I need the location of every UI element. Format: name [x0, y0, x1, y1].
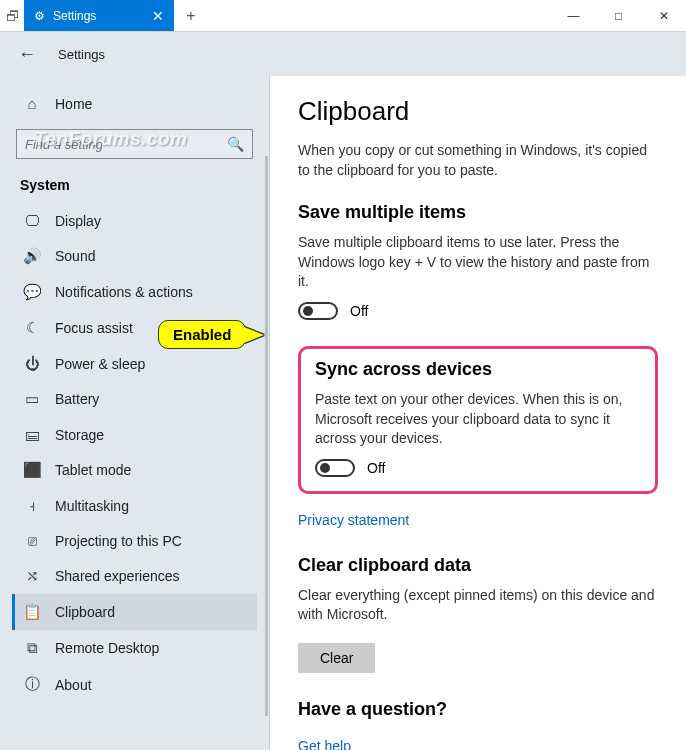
sidebar-item-battery[interactable]: ▭Battery: [12, 381, 257, 417]
close-button[interactable]: ✕: [641, 0, 686, 31]
sidebar-item-label: Power & sleep: [55, 356, 145, 372]
notifications-icon: 💬: [23, 283, 41, 301]
shared-icon: ⤭: [23, 567, 41, 585]
clipboard-icon: 📋: [23, 603, 41, 621]
battery-icon: ▭: [23, 390, 41, 408]
search-icon: 🔍: [227, 136, 244, 152]
titlebar: 🗗 ⚙ Settings ✕ + — □ ✕: [0, 0, 686, 32]
sidebar-item-about[interactable]: ⓘAbout: [12, 666, 257, 703]
sidebar-item-storage[interactable]: 🖴Storage: [12, 417, 257, 452]
section-heading: Sync across devices: [315, 359, 641, 380]
watermark: TenForums.com: [34, 128, 188, 150]
sound-icon: 🔊: [23, 247, 41, 265]
section-heading: Save multiple items: [298, 202, 658, 223]
sidebar-item-clipboard[interactable]: 📋Clipboard: [12, 594, 257, 630]
toggle-knob: [303, 306, 313, 316]
page-intro: When you copy or cut something in Window…: [298, 141, 658, 180]
maximize-button[interactable]: □: [596, 0, 641, 31]
header-title: Settings: [58, 47, 105, 62]
callout-tail: [244, 327, 264, 343]
remote-icon: ⧉: [23, 639, 41, 657]
toggle-state: Off: [350, 303, 368, 319]
privacy-link[interactable]: Privacy statement: [298, 512, 409, 528]
sidebar-item-label: Multitasking: [55, 498, 129, 514]
new-tab-button[interactable]: +: [174, 0, 207, 31]
sidebar-item-label: Sound: [55, 248, 95, 264]
sidebar-item-label: Tablet mode: [55, 462, 131, 478]
sidebar-item-label: Projecting to this PC: [55, 533, 182, 549]
section-desc: Clear everything (except pinned items) o…: [298, 586, 658, 625]
toggle-knob: [320, 463, 330, 473]
section-desc: Save multiple clipboard items to use lat…: [298, 233, 658, 292]
app-icon-tab: 🗗: [0, 0, 24, 31]
sidebar-item-remote[interactable]: ⧉Remote Desktop: [12, 630, 257, 666]
sidebar: TenForums.com ⌂ Home 🔍 System 🖵Display 🔊…: [0, 76, 270, 750]
sidebar-item-label: Focus assist: [55, 320, 133, 336]
tab-label: Settings: [53, 9, 96, 23]
clear-button[interactable]: Clear: [298, 643, 375, 673]
sidebar-item-power[interactable]: ⏻Power & sleep: [12, 346, 257, 381]
sidebar-home[interactable]: ⌂ Home: [12, 86, 257, 121]
sidebar-item-label: Battery: [55, 391, 99, 407]
sidebar-item-sound[interactable]: 🔊Sound: [12, 238, 257, 274]
tablet-icon: ⬛: [23, 461, 41, 479]
sidebar-item-label: Storage: [55, 427, 104, 443]
tab-close-icon[interactable]: ✕: [152, 8, 164, 24]
section-heading: Have a question?: [298, 699, 658, 720]
storage-icon: 🖴: [23, 426, 41, 443]
display-icon: 🖵: [23, 212, 41, 229]
info-icon: ⓘ: [23, 675, 41, 694]
sidebar-item-multitasking[interactable]: ⫞Multitasking: [12, 488, 257, 523]
minimize-button[interactable]: —: [551, 0, 596, 31]
multitask-icon: ⫞: [23, 497, 41, 514]
sidebar-category: System: [12, 171, 257, 203]
gear-icon: ⚙: [34, 9, 45, 23]
page-title: Clipboard: [298, 96, 658, 127]
back-button[interactable]: ←: [18, 44, 36, 65]
section-save-multiple: Save multiple items Save multiple clipbo…: [298, 202, 658, 320]
callout-label: Enabled: [158, 320, 246, 349]
section-clear: Clear clipboard data Clear everything (e…: [298, 555, 658, 673]
sidebar-item-label: Shared experiences: [55, 568, 180, 584]
sidebar-item-tablet[interactable]: ⬛Tablet mode: [12, 452, 257, 488]
section-desc: Paste text on your other devices. When t…: [315, 390, 641, 449]
sidebar-scrollbar[interactable]: [265, 156, 268, 716]
header: ← Settings: [0, 32, 686, 76]
sidebar-item-notifications[interactable]: 💬Notifications & actions: [12, 274, 257, 310]
sidebar-item-label: About: [55, 677, 92, 693]
home-icon: ⌂: [23, 95, 41, 112]
sidebar-item-shared[interactable]: ⤭Shared experiences: [12, 558, 257, 594]
tab-settings[interactable]: ⚙ Settings ✕: [24, 0, 174, 31]
get-help-link[interactable]: Get help: [298, 738, 351, 750]
toggle-save-multiple[interactable]: [298, 302, 338, 320]
sidebar-item-label: Notifications & actions: [55, 284, 193, 300]
toggle-sync[interactable]: [315, 459, 355, 477]
section-heading: Clear clipboard data: [298, 555, 658, 576]
cascade-icon: 🗗: [6, 8, 20, 24]
power-icon: ⏻: [23, 355, 41, 372]
sidebar-item-label: Remote Desktop: [55, 640, 159, 656]
annotation-callout: Enabled: [158, 320, 264, 349]
section-question: Have a question? Get help: [298, 699, 658, 750]
sidebar-item-label: Home: [55, 96, 92, 112]
sidebar-item-label: Clipboard: [55, 604, 115, 620]
projecting-icon: ⎚: [23, 532, 41, 549]
sidebar-item-label: Display: [55, 213, 101, 229]
highlight-sync-section: Sync across devices Paste text on your o…: [298, 346, 658, 494]
content-pane: Clipboard When you copy or cut something…: [270, 76, 686, 750]
sidebar-item-display[interactable]: 🖵Display: [12, 203, 257, 238]
sidebar-item-projecting[interactable]: ⎚Projecting to this PC: [12, 523, 257, 558]
moon-icon: ☾: [23, 319, 41, 337]
toggle-state: Off: [367, 460, 385, 476]
